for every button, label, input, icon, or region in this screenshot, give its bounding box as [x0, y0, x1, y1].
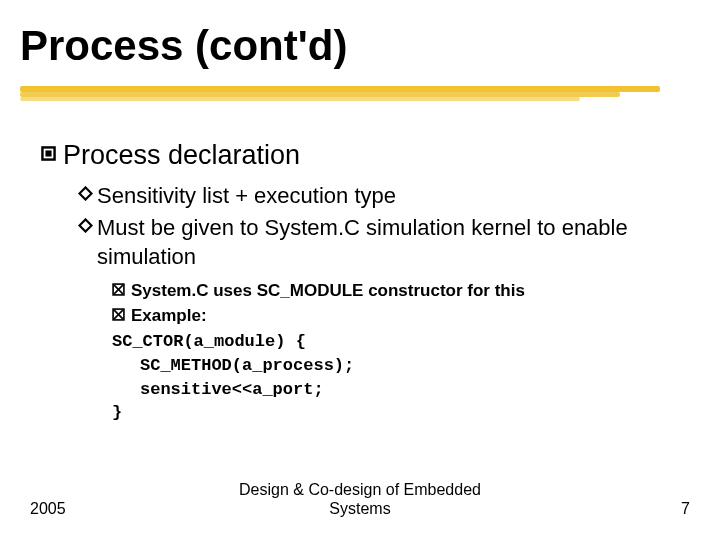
content-area: Process declaration Sensitivity list + e… — [0, 104, 720, 425]
code-line: } — [112, 401, 692, 425]
bullet-level1: Process declaration — [40, 140, 692, 171]
level3-group: System.C uses SC_MODULE constructor for … — [40, 280, 692, 328]
footer-text-line: Design & Co-design of Embedded — [0, 481, 720, 499]
bullet-level3: Example: — [112, 305, 692, 328]
boxed-x-bullet-icon — [112, 283, 125, 296]
footer-center: Design & Co-design of Embedded Systems — [0, 481, 720, 518]
level2-group: Sensitivity list + execution type Must b… — [40, 181, 692, 272]
title-underline — [20, 86, 680, 104]
bullet-text: Sensitivity list + execution type — [97, 181, 396, 211]
underline-stroke — [20, 97, 580, 101]
code-block: SC_CTOR(a_module) { SC_METHOD(a_process)… — [40, 330, 692, 425]
title-area: Process (cont'd) — [0, 0, 720, 104]
slide: Process (cont'd) Process declaration Sen… — [0, 0, 720, 540]
code-line: SC_METHOD(a_process); — [112, 354, 692, 378]
code-line: sensitive<<a_port; — [112, 378, 692, 402]
footer-page-number: 7 — [681, 500, 690, 518]
bullet-text: System.C uses SC_MODULE constructor for … — [131, 280, 525, 303]
slide-title: Process (cont'd) — [20, 22, 720, 70]
bullet-text: Must be given to System.C simulation ker… — [97, 213, 692, 272]
bullet-text: Process declaration — [63, 140, 300, 171]
diamond-bullet-icon — [78, 218, 93, 233]
diamond-bullet-icon — [78, 186, 93, 201]
bullet-level3: System.C uses SC_MODULE constructor for … — [112, 280, 692, 303]
bullet-level2: Sensitivity list + execution type — [78, 181, 692, 211]
bullet-text: Example: — [131, 305, 207, 328]
square-bullet-icon — [40, 145, 57, 162]
boxed-x-bullet-icon — [112, 308, 125, 321]
svg-rect-3 — [79, 187, 91, 199]
bullet-level2: Must be given to System.C simulation ker… — [78, 213, 692, 272]
svg-rect-2 — [45, 150, 51, 156]
footer-text-line: Systems — [0, 500, 720, 518]
svg-rect-4 — [79, 219, 91, 231]
code-line: SC_CTOR(a_module) { — [112, 330, 692, 354]
